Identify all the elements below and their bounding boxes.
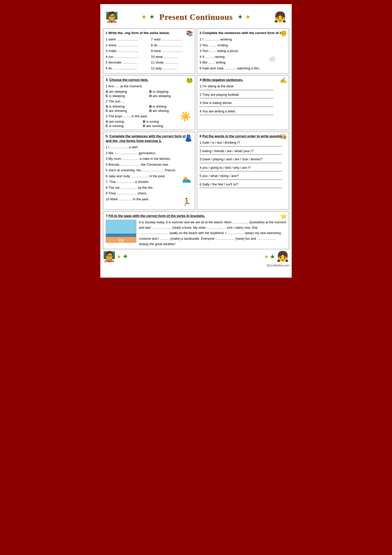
- right-character: 👧: [271, 7, 289, 27]
- verb-10: 10 wear ………….: [151, 54, 192, 59]
- brand-footer: ISLCollective.com: [103, 264, 289, 267]
- star-green-2: ✦: [237, 13, 243, 21]
- ex4-s3: 3 She is eating dinner.: [200, 100, 286, 106]
- answer-line-2: [200, 98, 273, 98]
- ex6-answer-2: [200, 154, 282, 155]
- ex5-s2: 2 We ………………… gymnastics.: [106, 151, 192, 156]
- exercise-6-sentences: 1 Kate / is / tea / drinking /? 2 eating…: [200, 140, 286, 188]
- star-green-1: ✦: [149, 13, 155, 21]
- left-character: 🧑‍🏫: [103, 7, 121, 27]
- option-d2: D am shining: [149, 109, 193, 113]
- bottom-star-1: ★: [117, 254, 121, 260]
- ex5-s1: 1 I ……………. a skirt: [106, 145, 192, 150]
- ex6-answer-3: [200, 163, 282, 163]
- ex5-s8: 8 The cat …………… by the fire.: [106, 185, 192, 190]
- bottom-star-green: ✦: [122, 252, 128, 261]
- ex3-q1: 1 Ann …. at the moment.: [106, 84, 192, 89]
- ex3-q3-options: A are runing B is runing C is running D …: [106, 120, 180, 128]
- ex2-s1: 1 I ………….. working.: [200, 37, 286, 42]
- top-decoration: 🧑‍🏫 ★ ✦ Present Continuous ✦ ★ 👧: [103, 7, 289, 27]
- header-area: 🧑‍🏫 ★ ✦ Present Continuous ✦ ★ 👧: [103, 7, 289, 27]
- verb-9: 9 have ……………….: [151, 48, 192, 54]
- ex3-q2: 2 The sun …: [106, 99, 192, 104]
- ex5-s3: 3 My mum …………… a cake in the kitchen.: [106, 156, 192, 161]
- verb-7: 7 read ……………….: [151, 37, 192, 42]
- exercise-5-sentences: 1 I ……………. a skirt 2 We ………………… gymnasti…: [106, 145, 192, 202]
- ex4-s4: 4 You are writing a letter.: [200, 109, 286, 114]
- ex6-answer-1: [200, 146, 282, 146]
- ex5-s7: 7. Tina ……………. a shower.: [106, 179, 192, 184]
- ex3-q2-options: A is shineing B is shining C am shineing…: [106, 104, 192, 113]
- ex6-answer-6: [200, 188, 282, 188]
- ex6-answer-4: [200, 171, 282, 171]
- verb-8: 8 do ………………….: [151, 43, 192, 48]
- verbs-right: 7 read ………………. 8 do …………………. 9 have ……………: [151, 37, 192, 71]
- bottom-star-2: ★: [264, 254, 269, 260]
- ex4-s2: 2 They are playing football.: [200, 92, 286, 97]
- page: 🧑‍🏫 ★ ✦ Present Continuous ✦ ★ 👧 1 Write…: [99, 3, 293, 279]
- bottom-left-character: 🧑‍🏫: [103, 250, 116, 263]
- option-b2: B is shining: [149, 104, 193, 108]
- verb-2: 2 shine ……………….: [106, 43, 147, 48]
- exercise-6-title: 6 Put the words in the correct order to …: [200, 134, 286, 139]
- option-a3: A are runing: [106, 120, 143, 123]
- option-a2: A is shineing: [106, 104, 149, 108]
- ex6-s2: 2 eating / friends / are / what/ your /?: [200, 149, 286, 154]
- option-d1: D are sleeping: [149, 94, 193, 98]
- exercise-3-box: 3. Choose the correct item. 🐸 1 Ann …. a…: [103, 75, 195, 130]
- ex5-s4: 4 Brenda ……………… the Christmas tree.: [106, 162, 192, 167]
- ex2-s2: 2 You ……. smiling.: [200, 43, 286, 48]
- option-a1: A am sleeping: [106, 90, 149, 93]
- verb-11: 11 study ………….: [151, 60, 192, 65]
- exercise-2-box: 2 Complete the sentences with the correc…: [197, 28, 289, 74]
- bottom-decoration: 🧑‍🏫 ★ ✦ ★ ★ 👧: [103, 250, 289, 263]
- ex6-s6: 6 Sally / the Net / surf/ is/?: [200, 182, 286, 187]
- option-b1: B is slepping: [149, 90, 193, 93]
- ex5-s9: 9 They ……………… chess.: [106, 191, 192, 196]
- exercise-6-box: 6 Put the words in the correct order to …: [197, 132, 289, 210]
- verbs-left: 1 swim ………………. 2 shine ………………. 3 make ………: [106, 37, 147, 71]
- verb-12: 12 play ………….: [151, 66, 192, 71]
- exercise-2-title: 2 Complete the sentences with the correc…: [200, 31, 286, 35]
- exercise-4-sentences: 1 I'm sitting at the desk. 2 They are pl…: [200, 84, 286, 115]
- answer-line-3: [200, 107, 273, 107]
- beach-image: 🏖️: [106, 220, 136, 243]
- title-row: ★ ✦ Present Continuous ✦ ★: [141, 12, 251, 22]
- star-gold-1: ★: [141, 13, 147, 20]
- exercise-7-paragraph: It is Sunday today. It is summer and we …: [139, 220, 286, 247]
- exercise-5-box: 5. Complete the sentences with the corre…: [103, 132, 195, 210]
- exercise-1-box: 1 Write the –ing form of the verbs below…: [103, 28, 195, 74]
- ex4-s1: 1 I'm sitting at the desk.: [200, 84, 286, 89]
- ex3-q1-options: A am sleeping B is slepping C is sleepin…: [106, 90, 192, 98]
- option-c2: C am shineing: [106, 109, 149, 113]
- exercise-7-content: 🏖️ It is Sunday today. It is summer and …: [106, 220, 286, 247]
- option-c3: C is running: [106, 124, 143, 128]
- ex5-s6: 6 Jake and Judy ……………. in the pool. 🏊: [106, 174, 192, 179]
- option-c1: C is sleeping: [106, 94, 149, 98]
- verb-3: 3 make ……………….: [106, 48, 147, 54]
- verb-4: 4 run ………………….: [106, 54, 147, 59]
- ex5-s10: 10 Mark ………… in the park. 🏃: [106, 197, 192, 202]
- ex2-s4: 4 It …….. raining. 🌧️: [200, 54, 286, 59]
- ex6-s3: 3 Dave / playing / and / are / Sue / ten…: [200, 157, 286, 162]
- exercises-container: 1 Write the –ing form of the verbs below…: [103, 28, 289, 249]
- answer-line-4: [200, 115, 273, 115]
- exercise-1-verbs: 1 swim ………………. 2 shine ………………. 3 make ………: [106, 37, 192, 71]
- exercise-7-box: 7 Fill in the gaps with the correct form…: [103, 211, 289, 249]
- option-d3: D are running: [143, 124, 180, 128]
- ex6-s4: 4 you / going to / bed / why / are /?: [200, 165, 286, 170]
- verb-6: 6 lie ………………….: [106, 66, 147, 71]
- brand-text: ISLCollective.com: [267, 264, 289, 267]
- ex2-s3: 3 Tom …… eating a pizza.: [200, 48, 286, 54]
- bottom-right-character: 👧: [276, 250, 289, 263]
- exercise-2-sentences: 1 I ………….. working. 2 You ……. smiling. 3…: [200, 37, 286, 71]
- verb-1: 1 swim ……………….: [106, 37, 147, 42]
- exercise-7-title: 7 Fill in the gaps with the correct form…: [106, 214, 286, 218]
- option-b3: B is runing: [143, 120, 180, 123]
- exercise-3-content: 1 Ann …. at the moment. A am sleeping B …: [106, 84, 192, 128]
- ex2-s6: 6 Kate and Julia ……….. watching a film.: [200, 66, 286, 71]
- ex6-answer-5: [200, 180, 282, 180]
- page-title: Present Continuous: [159, 12, 233, 22]
- exercise-4-title: 4 Write negative sentences. ✍️: [200, 78, 286, 82]
- exercise-3-title: 3. Choose the correct item. 🐸: [106, 78, 192, 82]
